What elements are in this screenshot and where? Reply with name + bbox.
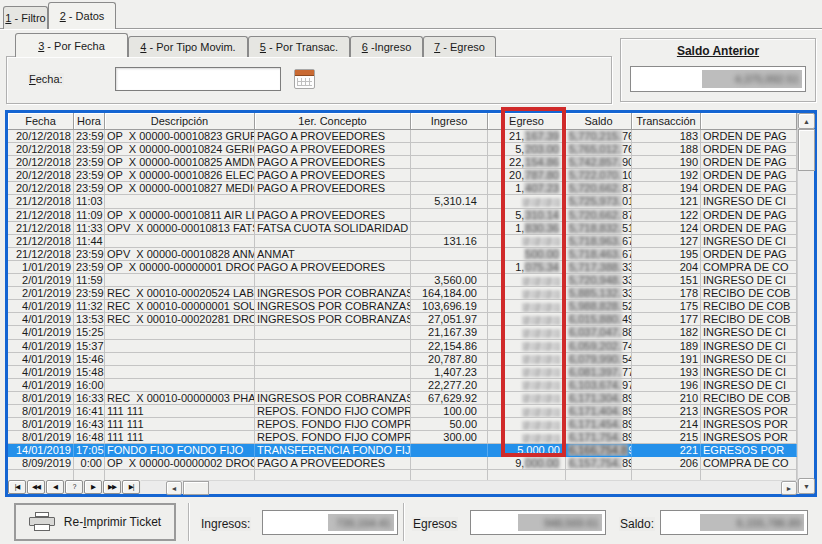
cell-descripcion (105, 274, 255, 287)
cell-descripcion: OP X 00000-00010826 ELECT (105, 169, 255, 182)
column-header-descripci-n[interactable]: Descripción (105, 113, 255, 130)
cell-ingreso: 27,051.97 (411, 313, 488, 326)
nav-first-button[interactable]: |◀ (8, 480, 26, 494)
cell-descripcion (105, 379, 255, 392)
table-row[interactable]: 21/12/201811:09OP X 00000-00010811 AIR L… (8, 209, 797, 222)
cell-egreso (488, 287, 566, 300)
table-row[interactable]: 4/01/201911:32REC X 00010-00000001 SOUEI… (8, 300, 797, 313)
tabstrip-divider (0, 28, 822, 29)
column-header-transacci-n[interactable]: Transacción (632, 113, 701, 130)
table-row[interactable]: 4/01/201915:2521,167.396,037,047.88182IN… (8, 326, 797, 339)
table-row[interactable]: 21/12/201823:59OPV X 00000-00010828 ANMA… (8, 248, 797, 261)
cell-concepto (255, 274, 411, 287)
tab-por-transac[interactable]: 5 - Por Transac. (248, 36, 350, 57)
db-navigator: ◄ ► |◀◀◀◀?▶▶▶▶| (8, 480, 797, 494)
cell-concepto: REPOS. FONDO FIJO COMPRAS (255, 405, 411, 418)
scroll-up-icon[interactable]: ▲ (798, 113, 815, 129)
redacted-saldo: 6,166,754.8 (568, 444, 628, 456)
table-row[interactable]: 20/12/201823:59OP X 00000-00010824 GERIC… (8, 143, 797, 156)
column-header-saldo[interactable]: Saldo (566, 113, 632, 130)
table-row[interactable] (8, 470, 797, 480)
cell-tipo: INGRESO DE CI (701, 326, 797, 339)
cell-descripcion: REC X 00010-00020524 LABO (105, 287, 255, 300)
cell-fecha: 4/01/2019 (8, 379, 74, 392)
tab-egreso[interactable]: 7 - Egreso (423, 36, 496, 57)
nav-prev-button[interactable]: ◀ (46, 480, 64, 494)
cell-transaccion: 214 (632, 418, 701, 431)
tab-por-tipo-movim[interactable]: 4 - Por Tipo Movim. (128, 36, 248, 57)
calendar-icon[interactable] (294, 69, 315, 89)
cell-ingreso: 300.00 (411, 431, 488, 444)
redacted-saldo: 6,103,674. (568, 379, 622, 391)
redacted-saldo: 5,718,463. (568, 248, 622, 260)
table-row[interactable]: 4/01/201915:3722,154.866,059,202.74189IN… (8, 340, 797, 353)
cell-saldo: 6,059,202.74 (566, 340, 632, 353)
table-row[interactable]: 4/01/201915:4620,787.806,079,990.54191IN… (8, 353, 797, 366)
nav-fast-back-button[interactable]: ◀◀ (27, 480, 45, 494)
scroll-down-icon[interactable]: ▼ (798, 478, 815, 494)
column-header-fecha[interactable]: Fecha (8, 113, 74, 130)
cell-egreso (488, 300, 566, 313)
grid-body[interactable]: 20/12/201823:59OP X 00000-00010823 GRUPP… (8, 130, 797, 480)
column-header-1er-concepto[interactable]: 1er. Concepto (255, 113, 411, 130)
vertical-scrollbar-thumb[interactable] (798, 129, 815, 171)
scroll-left-icon[interactable]: ◄ (166, 481, 182, 495)
table-row[interactable]: 4/01/201915:481,407.236,081,397.77193ING… (8, 366, 797, 379)
tab-ingreso[interactable]: 6 -Ingreso (350, 36, 423, 57)
table-row[interactable]: 21/12/201811:44131.165,718,963.67127INGR… (8, 235, 797, 248)
reprint-ticket-button[interactable]: Re-Imprimir Ticket (14, 503, 176, 541)
column-header-egreso[interactable]: Egreso (488, 113, 566, 130)
redacted-saldo: 5,718,832. (568, 222, 622, 234)
table-row[interactable]: 1/01/201923:59OP X 00000-00000001 DROGPA… (8, 261, 797, 274)
redacted-egreso: 787.80 (524, 169, 560, 181)
table-row[interactable]: 21/12/201811:33OPV X 00000-00010813 FATS… (8, 222, 797, 235)
table-row[interactable]: 8/01/201916:33REC X 00010-00000003 PHARI… (8, 392, 797, 405)
cell-egreso: 20,787.80 (488, 169, 566, 182)
table-row[interactable]: 2/01/201911:593,560.005,720,948.33151ING… (8, 274, 797, 287)
cell-concepto (255, 195, 411, 208)
cell-transaccion: 121 (632, 195, 701, 208)
cell-tipo: INGRESO DE CI (701, 366, 797, 379)
cell-ingreso (411, 156, 488, 169)
column-header-blank[interactable] (701, 113, 797, 130)
table-row[interactable]: 4/01/201913:53REC X 00010-00020281 DROGI… (8, 313, 797, 326)
table-row[interactable]: 20/12/201823:59OP X 00000-00010823 GRUPP… (8, 130, 797, 143)
table-row[interactable]: 21/12/201811:035,310.145,725,973.01121IN… (8, 195, 797, 208)
tab-por-fecha[interactable]: 3 - Por Fecha (15, 33, 128, 57)
cell-tipo (701, 470, 797, 480)
vertical-scrollbar[interactable]: ▲ ▼ (797, 113, 814, 494)
table-row[interactable]: 2/01/201923:59REC X 00010-00020524 LABOI… (8, 287, 797, 300)
redacted-egreso: 167.39 (524, 130, 560, 142)
column-header-ingreso[interactable]: Ingreso (411, 113, 488, 130)
cell-fecha: 14/01/2019 (8, 444, 74, 457)
cell-concepto: INGRESOS POR COBRANZAS (255, 392, 411, 405)
table-row[interactable]: 20/12/201823:59OP X 00000-00010826 ELECT… (8, 169, 797, 182)
table-row[interactable]: 8/01/201916:41111 111REPOS. FONDO FIJO C… (8, 405, 797, 418)
cell-fecha: 20/12/2018 (8, 143, 74, 156)
table-row[interactable]: 20/12/201823:59OP X 00000-00010827 MEDIC… (8, 182, 797, 195)
egresos-total-label: Egresos (412, 517, 458, 531)
column-header-hora[interactable]: Hora (74, 113, 105, 130)
horizontal-scrollbar-thumb[interactable] (183, 481, 209, 495)
calendar-icon-header (295, 70, 314, 76)
table-row-selected[interactable]: 14/01/201917:05FONDO FIJO FONDO FIJOTRAN… (8, 444, 797, 457)
nav-last-button[interactable]: ▶| (122, 480, 140, 494)
cell-tipo: INGRESOS POR (701, 405, 797, 418)
table-row[interactable]: 8/09/20190:00OP X 00000-00000002 DROGPAG… (8, 457, 797, 470)
nav-help-button[interactable]: ? (65, 480, 83, 494)
cell-hora: 23:59 (74, 287, 105, 300)
tab-filtro[interactable]: 1 - Filtro (3, 6, 48, 29)
table-row[interactable]: 8/01/201916:48111 111REPOS. FONDO FIJO C… (8, 431, 797, 444)
table-row[interactable]: 20/12/201823:59OP X 00000-00010825 AMDMP… (8, 156, 797, 169)
cell-saldo: 5,718,963.67 (566, 235, 632, 248)
cell-transaccion: 122 (632, 209, 701, 222)
nav-next-button[interactable]: ▶ (84, 480, 102, 494)
nav-fast-forward-button[interactable]: ▶▶ (103, 480, 121, 494)
horizontal-scrollbar-track[interactable]: ◄ ► (141, 480, 797, 494)
table-row[interactable]: 8/01/201916:43111 111REPOS. FONDO FIJO C… (8, 418, 797, 431)
fecha-input[interactable] (115, 67, 281, 91)
table-row[interactable]: 4/01/201916:0022,277.206,103,674.97196IN… (8, 379, 797, 392)
scroll-right-icon[interactable]: ► (781, 481, 797, 495)
tab-datos[interactable]: 2 - Datos (48, 2, 116, 29)
saldo-anterior-label: Saldo Anterior (620, 44, 816, 58)
